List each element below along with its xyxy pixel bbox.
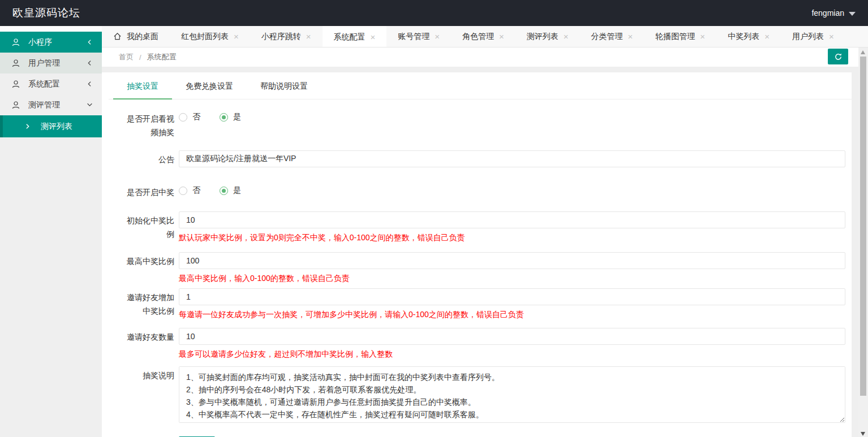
breadcrumb-separator: / (139, 53, 141, 62)
chevron-left-icon (87, 81, 93, 87)
user-icon (11, 38, 20, 47)
app-title: 欧皇源码论坛 (12, 6, 80, 20)
radio-icon[interactable] (179, 113, 187, 122)
sidebar-item-label: 小程序 (28, 37, 87, 47)
tab-label: 小程序跳转 (261, 32, 301, 42)
radio-option-no[interactable]: 否 (179, 112, 200, 122)
tab-account-manage[interactable]: 账号管理 × (386, 26, 451, 47)
username: fengmian (811, 8, 844, 18)
ctab-label: 抽奖设置 (127, 81, 158, 90)
scrollbar-thumb[interactable] (860, 57, 866, 396)
video-lottery-radio-group: 否 是 (179, 110, 845, 123)
form-row-init-ratio: 初始化中奖比例 默认玩家中奖比例，设置为0则完全不中奖，输入0-100之间的整数… (124, 211, 845, 243)
max-ratio-input[interactable] (179, 252, 845, 269)
radio-option-yes[interactable]: 是 (220, 185, 241, 196)
form-row-video-lottery: 是否开启看视频抽奖 否 是 (124, 110, 845, 139)
caret-down-icon (849, 12, 856, 16)
settings-card: 抽奖设置 免费兑换设置 帮助说明设置 是否开启看视频抽奖 (109, 72, 852, 437)
sidebar-top-gap (0, 26, 102, 32)
invite-ratio-input[interactable] (179, 288, 845, 305)
form-row-invite-count: 邀请好友数量 最多可以邀请多少位好友，超过则不增加中奖比例，输入整数 (124, 328, 845, 360)
field-label: 公告 (124, 150, 174, 167)
refresh-button[interactable] (828, 49, 848, 64)
tab-label: 红包封面列表 (181, 32, 229, 42)
sidebar-subitem-label: 测评列表 (41, 122, 72, 132)
vertical-scrollbar[interactable] (858, 47, 868, 437)
tab-redpacket-covers[interactable]: 红包封面列表 × (170, 26, 250, 47)
breadcrumb-current: 系统配置 (147, 52, 177, 62)
close-icon[interactable]: × (764, 32, 770, 41)
tab-winning-list[interactable]: 中奖列表 × (716, 26, 781, 47)
tab-lottery-settings[interactable]: 抽奖设置 (113, 72, 172, 99)
sidebar-item-label: 测评管理 (28, 100, 87, 110)
tab-help-settings[interactable]: 帮助说明设置 (247, 72, 321, 99)
scroll-down-arrow-icon[interactable] (861, 432, 865, 436)
win-enabled-radio-group: 否 是 (179, 183, 845, 197)
radio-label: 是 (233, 112, 241, 122)
close-icon[interactable]: × (306, 32, 311, 41)
field-label: 抽奖说明 (124, 366, 174, 425)
tab-miniprogram-jump[interactable]: 小程序跳转 × (250, 26, 323, 47)
tab-role-manage[interactable]: 角色管理 × (451, 26, 515, 47)
tab-user-list[interactable]: 用户列表 × (781, 26, 845, 47)
close-icon[interactable]: × (700, 32, 705, 41)
field-hint: 最多可以邀请多少位好友，超过则不增加中奖比例，输入整数 (179, 348, 845, 360)
close-icon[interactable]: × (499, 32, 504, 41)
scroll-up-arrow-icon[interactable] (861, 50, 865, 54)
close-icon[interactable]: × (564, 32, 569, 41)
chevron-down-icon (87, 102, 93, 108)
tab-label: 中奖列表 (728, 32, 759, 42)
top-header: 欧皇源码论坛 fengmian (0, 0, 868, 26)
announcement-input[interactable] (179, 150, 845, 167)
sidebar-item-review-manage[interactable]: 测评管理 (0, 94, 102, 115)
breadcrumb-home[interactable]: 首页 (119, 52, 134, 62)
form-row-invite-ratio: 邀请好友增加中奖比例 每邀请一位好友成功参与一次抽奖，可增加多少中奖比例，请输入… (124, 288, 845, 320)
close-icon[interactable]: × (829, 32, 834, 41)
main-area: 首页 / 系统配置 抽奖设置 免费兑换设置 帮助说明设置 (102, 47, 858, 437)
sidebar-item-users[interactable]: 用户管理 (0, 53, 102, 73)
refresh-icon (834, 53, 843, 61)
radio-option-no[interactable]: 否 (179, 185, 200, 196)
breadcrumb-row: 首页 / 系统配置 (102, 47, 858, 67)
radio-icon-checked[interactable] (220, 113, 228, 122)
description-textarea[interactable]: 1、可抽奖封面的库存均可观，抽奖活动真实，抽中封面可在我的中奖列表中查看序列号。… (179, 366, 845, 423)
close-icon[interactable]: × (234, 32, 239, 41)
invite-count-input[interactable] (179, 328, 845, 345)
tab-review-list[interactable]: 测评列表 × (515, 26, 580, 47)
radio-label: 否 (192, 112, 200, 122)
chevron-left-icon (87, 60, 93, 66)
radio-label: 是 (233, 185, 241, 196)
field-hint: 每邀请一位好友成功参与一次抽奖，可增加多少中奖比例，请输入0-100之间的整数，… (179, 309, 845, 320)
user-icon (11, 80, 20, 89)
form-row-max-ratio: 最高中奖比例 最高中奖比例，输入0-100的整数，错误自己负责 (124, 252, 845, 284)
tab-system-config[interactable]: 系统配置 × (323, 26, 387, 47)
tab-carousel-manage[interactable]: 轮播图管理 × (644, 26, 716, 47)
home-icon (113, 32, 122, 41)
radio-option-yes[interactable]: 是 (220, 112, 241, 122)
tab-label: 账号管理 (398, 32, 429, 42)
tab-label: 测评列表 (527, 32, 558, 42)
close-icon[interactable]: × (371, 33, 376, 41)
form-row-win-enabled: 是否开启中奖 否 是 (124, 183, 845, 199)
radio-icon[interactable] (179, 187, 187, 195)
radio-icon-checked[interactable] (220, 187, 228, 195)
sidebar-subitem-review-list[interactable]: 测评列表 (0, 115, 102, 137)
field-label: 是否开启看视频抽奖 (124, 110, 174, 139)
chevron-left-icon (87, 39, 93, 45)
close-icon[interactable]: × (435, 32, 440, 41)
user-icon (11, 59, 20, 68)
init-ratio-input[interactable] (179, 211, 845, 228)
close-icon[interactable]: × (628, 32, 633, 41)
ctab-label: 免费兑换设置 (186, 81, 233, 90)
field-label: 最高中奖比例 (124, 252, 174, 284)
tab-free-exchange-settings[interactable]: 免费兑换设置 (172, 72, 247, 99)
user-menu[interactable]: fengmian (811, 8, 856, 18)
tab-category-manage[interactable]: 分类管理 × (580, 26, 644, 47)
sidebar-item-miniprogram[interactable]: 小程序 (0, 32, 102, 53)
sidebar-item-system-config[interactable]: 系统配置 (0, 73, 102, 94)
sidebar-item-label: 系统配置 (28, 79, 87, 89)
field-label: 邀请好友数量 (124, 328, 174, 360)
tab-desktop[interactable]: 我的桌面 (102, 26, 170, 47)
tab-label: 系统配置 (334, 32, 366, 42)
field-label: 邀请好友增加中奖比例 (124, 288, 174, 320)
